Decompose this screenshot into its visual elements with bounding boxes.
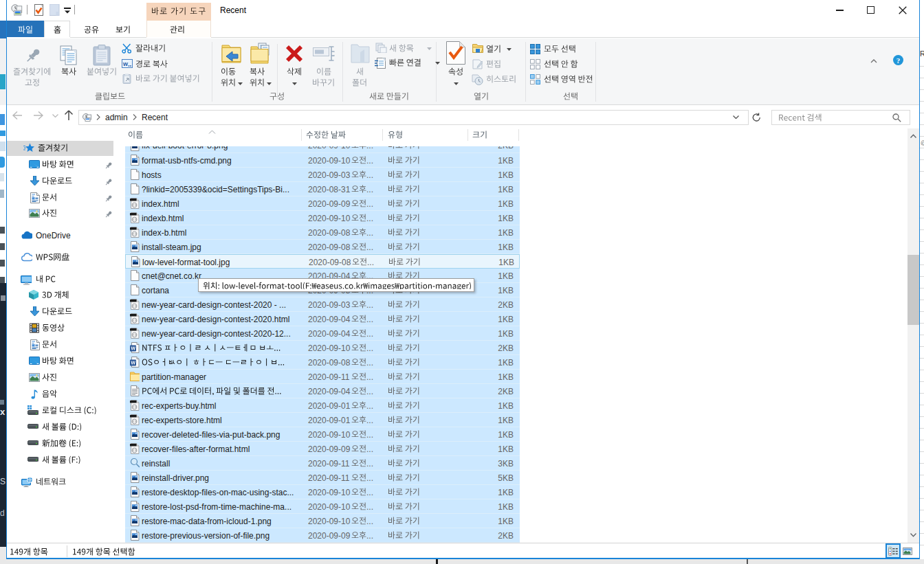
svg-text:?: ? — [896, 56, 901, 65]
svg-text:w: w — [122, 60, 129, 67]
